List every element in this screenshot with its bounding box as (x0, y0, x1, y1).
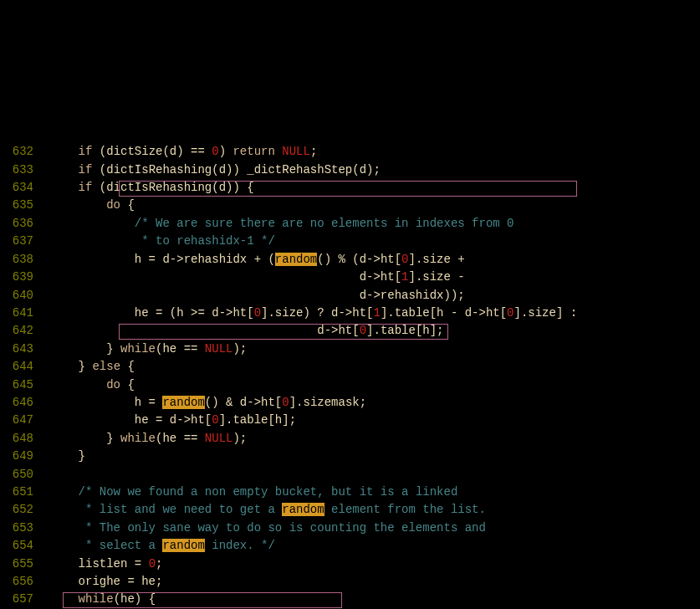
code-content[interactable]: listlen = 0; (50, 555, 700, 573)
code-line[interactable]: 643 } while(he == NULL); (0, 340, 700, 358)
code-content[interactable] (50, 466, 700, 484)
code-content[interactable]: * The only sane way to do so is counting… (50, 519, 700, 537)
code-content[interactable]: * list and we need to get a random eleme… (50, 501, 700, 519)
line-number: 642 (0, 322, 50, 340)
code-line[interactable]: 652 * list and we need to get a random e… (0, 501, 700, 519)
code-content[interactable]: h = random() & d->ht[0].sizemask; (50, 394, 700, 412)
code-line[interactable]: 645 do { (0, 376, 700, 394)
line-number: 632 (0, 143, 50, 161)
highlight-box-3 (63, 592, 342, 608)
line-number: 656 (0, 573, 50, 591)
code-line[interactable]: 650 (0, 466, 700, 484)
search-highlight: random (275, 253, 317, 266)
code-content[interactable]: } (50, 448, 700, 465)
code-content[interactable]: if (dictSize(d) == 0) return NULL; (50, 143, 700, 161)
line-number: 648 (0, 430, 50, 448)
line-number: 655 (0, 555, 50, 573)
code-line[interactable]: 646 h = random() & d->ht[0].sizemask; (0, 394, 700, 412)
code-line[interactable]: 637 * to rehashidx-1 */ (0, 233, 700, 250)
code-line[interactable]: 632 if (dictSize(d) == 0) return NULL; (0, 143, 700, 161)
code-content[interactable]: } while(he == NULL); (50, 430, 700, 448)
line-number: 637 (0, 233, 50, 250)
highlight-box-1 (119, 181, 577, 197)
line-number: 646 (0, 394, 50, 412)
line-number: 635 (0, 197, 50, 214)
line-number: 641 (0, 304, 50, 322)
line-number: 650 (0, 466, 50, 484)
code-line[interactable]: 638 h = d->rehashidx + (random() % (d->h… (0, 251, 700, 269)
code-line[interactable]: 648 } while(he == NULL); (0, 430, 700, 448)
line-number: 649 (0, 448, 50, 465)
code-line[interactable]: 636 /* We are sure there are no elements… (0, 215, 700, 233)
code-content[interactable]: } while(he == NULL); (50, 340, 700, 358)
search-highlight: random (162, 539, 204, 552)
line-number: 645 (0, 376, 50, 394)
code-content[interactable]: h = d->rehashidx + (random() % (d->ht[0]… (50, 251, 700, 269)
line-number: 633 (0, 161, 50, 179)
code-line[interactable]: 654 * select a random index. */ (0, 537, 700, 555)
code-line[interactable]: 644 } else { (0, 358, 700, 376)
code-line[interactable]: 635 do { (0, 197, 700, 214)
code-line[interactable]: 639 d->ht[1].size - (0, 269, 700, 286)
code-line[interactable]: 651 /* Now we found a non empty bucket, … (0, 484, 700, 501)
code-line[interactable]: 653 * The only sane way to do so is coun… (0, 519, 700, 537)
code-content[interactable]: } else { (50, 358, 700, 376)
line-number: 638 (0, 251, 50, 269)
line-number: 643 (0, 340, 50, 358)
code-line[interactable]: 647 he = d->ht[0].table[h]; (0, 412, 700, 429)
code-content[interactable]: /* We are sure there are no elements in … (50, 215, 700, 233)
code-content[interactable]: d->ht[1].size - (50, 269, 700, 286)
code-content[interactable]: * select a random index. */ (50, 537, 700, 555)
code-line[interactable]: 633 if (dictIsRehashing(d)) _dictRehashS… (0, 161, 700, 179)
code-line[interactable]: 656 orighe = he; (0, 573, 700, 591)
code-content[interactable]: /* Now we found a non empty bucket, but … (50, 484, 700, 501)
code-line[interactable]: 655 listlen = 0; (0, 555, 700, 573)
code-content[interactable]: if (dictIsRehashing(d)) _dictRehashStep(… (50, 161, 700, 179)
code-editor[interactable]: 632 if (dictSize(d) == 0) return NULL;63… (0, 72, 700, 609)
line-number: 654 (0, 537, 50, 555)
code-content[interactable]: he = d->ht[0].table[h]; (50, 412, 700, 429)
line-number: 636 (0, 215, 50, 233)
line-number: 652 (0, 501, 50, 519)
line-number: 647 (0, 412, 50, 429)
code-content[interactable]: * to rehashidx-1 */ (50, 233, 700, 250)
code-line[interactable]: 641 he = (h >= d->ht[0].size) ? d->ht[1]… (0, 304, 700, 322)
line-number: 640 (0, 287, 50, 304)
line-number: 639 (0, 269, 50, 286)
highlight-box-2 (119, 324, 448, 340)
code-content[interactable]: d->rehashidx)); (50, 287, 700, 304)
line-number: 653 (0, 519, 50, 537)
line-number: 644 (0, 358, 50, 376)
code-content[interactable]: orighe = he; (50, 573, 700, 591)
line-number: 651 (0, 484, 50, 501)
code-content[interactable]: he = (h >= d->ht[0].size) ? d->ht[1].tab… (50, 304, 700, 322)
code-line[interactable]: 649 } (0, 448, 700, 465)
code-line[interactable]: 640 d->rehashidx)); (0, 287, 700, 304)
code-content[interactable]: do { (50, 376, 700, 394)
code-content[interactable]: do { (50, 197, 700, 214)
search-highlight: random (282, 503, 324, 516)
line-number: 634 (0, 179, 50, 197)
line-number: 657 (0, 591, 50, 608)
search-highlight: random (162, 396, 204, 409)
